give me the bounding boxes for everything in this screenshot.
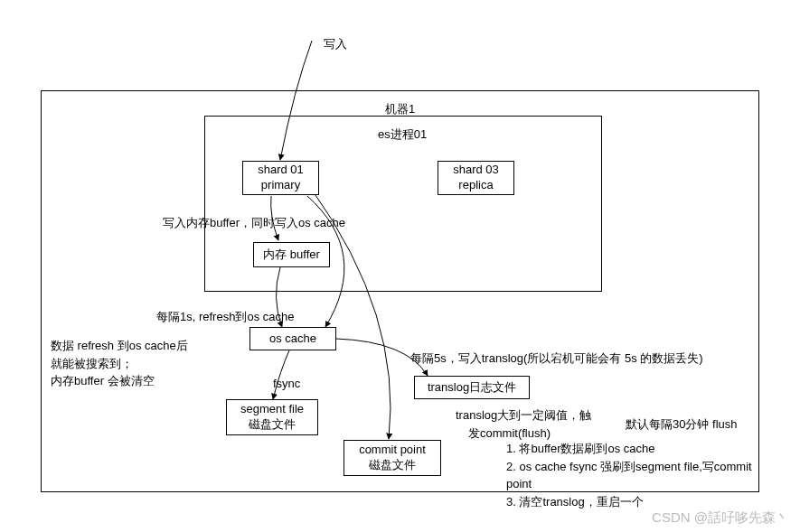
os-cache-label: os cache [269, 331, 316, 347]
commit-box: commit point 磁盘文件 [344, 440, 441, 476]
commit-line2: 磁盘文件 [369, 458, 416, 473]
fsync-label: fsync [273, 377, 300, 390]
write-label: 写入 [324, 36, 347, 52]
translog-trigger: translog大到一定阈值，触 发commit(flush) [456, 406, 591, 442]
shard01-box: shard 01 primary [242, 161, 319, 195]
watermark: CSDN @話吇哆先森丶 [652, 509, 789, 527]
refresh-desc: 数据 refresh 到os cache后 就能被搜索到； 内存buffer 会… [51, 337, 188, 390]
shard03-line1: shard 03 [453, 163, 499, 178]
shard03-box: shard 03 replica [438, 161, 514, 195]
shard03-line2: replica [458, 178, 493, 193]
flush-steps: 1. 将buffer数据刷到os cache 2. os cache fsync… [506, 440, 768, 510]
translog-label: translog日志文件 [428, 380, 516, 396]
os-cache-box: os cache [249, 327, 336, 350]
buffer-note: 写入内存buffer，同时写入os cache [163, 215, 345, 231]
mem-buffer-box: 内存 buffer [253, 242, 330, 267]
flush-default: 默认每隔30分钟 flush [626, 416, 738, 433]
segment-line2: 磁盘文件 [249, 417, 296, 433]
mem-buffer-label: 内存 buffer [263, 247, 320, 263]
es-process-label: es进程01 [378, 126, 427, 143]
translog-note: 每隔5s，写入translog(所以宕机可能会有 5s 的数据丢失) [410, 350, 703, 367]
shard01-line2: primary [261, 178, 300, 193]
segment-box: segment file 磁盘文件 [226, 399, 318, 435]
machine-label: 机器1 [385, 101, 415, 117]
segment-line1: segment file [240, 402, 304, 417]
translog-box: translog日志文件 [414, 376, 530, 399]
shard01-line1: shard 01 [258, 163, 304, 178]
refresh-note: 每隔1s, refresh到os cache [156, 309, 294, 325]
commit-line1: commit point [359, 443, 426, 458]
